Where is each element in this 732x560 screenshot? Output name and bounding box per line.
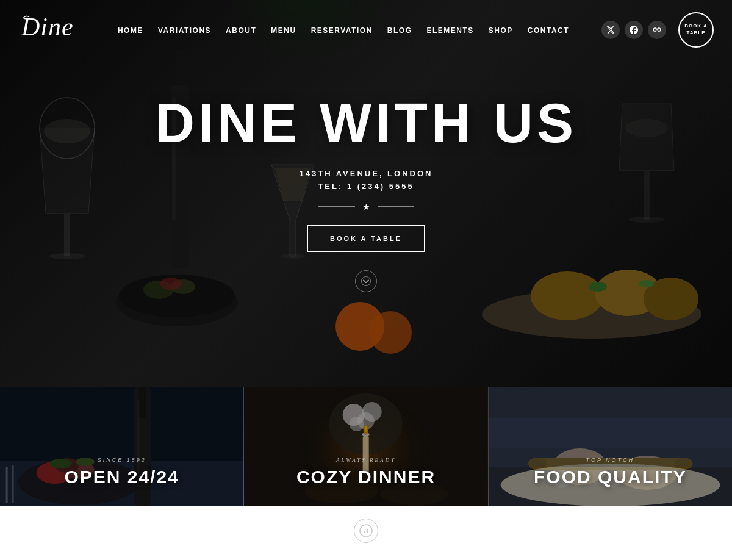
nav-variations[interactable]: VARIATIONS bbox=[151, 21, 218, 40]
site-logo[interactable]: Dine bbox=[18, 11, 92, 48]
hero-phone: TEL: 1 (234) 5555 bbox=[318, 182, 414, 191]
card2-title: COZY DINNER bbox=[296, 467, 436, 487]
nav-elements[interactable]: ELEMENTS bbox=[419, 21, 481, 40]
nav-menu[interactable]: MENU bbox=[264, 21, 303, 40]
facebook-icon[interactable] bbox=[625, 21, 643, 39]
card3-subtitle: TOP NOTCH bbox=[534, 457, 687, 463]
book-table-hero-button[interactable]: BOOK A TABLE bbox=[307, 225, 425, 252]
svg-point-31 bbox=[362, 276, 371, 285]
twitter-icon[interactable] bbox=[601, 21, 620, 39]
svg-rect-45 bbox=[0, 387, 243, 506]
nav-shop[interactable]: SHOP bbox=[481, 21, 520, 40]
star-icon: ★ bbox=[362, 202, 370, 212]
navbar: Dine HOME VARIATIONS ABOUT MENU RESERVAT… bbox=[0, 0, 732, 59]
hero-address: 143TH AVENUE, LONDON bbox=[300, 169, 433, 178]
social-links bbox=[601, 21, 666, 39]
hero-title: DINE WITH US bbox=[155, 96, 577, 151]
svg-point-3 bbox=[655, 29, 656, 31]
card1-bg bbox=[0, 387, 243, 506]
svg-rect-59 bbox=[244, 387, 487, 506]
nav-home[interactable]: HOME bbox=[110, 21, 151, 40]
card2-bg bbox=[244, 387, 487, 506]
book-table-nav-button[interactable]: BOOK ATABLE bbox=[678, 12, 714, 48]
nav-about[interactable]: ABOUT bbox=[218, 21, 264, 40]
cards-section: SINCE 1892 OPEN 24/24 bbox=[0, 387, 732, 506]
card3-bg bbox=[489, 387, 732, 506]
card2-subtitle: ALWAYS READY bbox=[296, 457, 436, 463]
card1-content: SINCE 1892 OPEN 24/24 bbox=[64, 457, 179, 487]
divider-line-right bbox=[378, 206, 414, 207]
card-food-quality: TOP NOTCH FOOD QUALITY bbox=[489, 387, 732, 506]
nav-reservation[interactable]: RESERVATION bbox=[304, 21, 380, 40]
card-cozy-dinner: ALWAYS READY COZY DINNER bbox=[244, 387, 488, 506]
footer-logo-icon[interactable]: D bbox=[354, 519, 378, 543]
card2-content: ALWAYS READY COZY DINNER bbox=[296, 457, 436, 487]
tripadvisor-icon[interactable] bbox=[648, 21, 666, 39]
nav-contact[interactable]: CONTACT bbox=[520, 21, 576, 40]
svg-point-4 bbox=[659, 29, 660, 31]
svg-text:D: D bbox=[363, 528, 368, 534]
card1-title: OPEN 24/24 bbox=[64, 467, 179, 487]
card-open-hours: SINCE 1892 OPEN 24/24 bbox=[0, 387, 244, 506]
card1-subtitle: SINCE 1892 bbox=[64, 457, 179, 463]
nav-links: HOME VARIATIONS ABOUT MENU RESERVATION B… bbox=[110, 24, 576, 35]
svg-rect-72 bbox=[489, 387, 732, 506]
divider-line-left bbox=[318, 206, 355, 207]
hero-divider: ★ bbox=[318, 202, 414, 212]
card3-title: FOOD QUALITY bbox=[534, 467, 687, 487]
nav-blog[interactable]: BLOG bbox=[380, 21, 420, 40]
card3-content: TOP NOTCH FOOD QUALITY bbox=[534, 457, 687, 487]
footer-area: D bbox=[0, 506, 732, 555]
scroll-down-button[interactable] bbox=[355, 270, 377, 292]
